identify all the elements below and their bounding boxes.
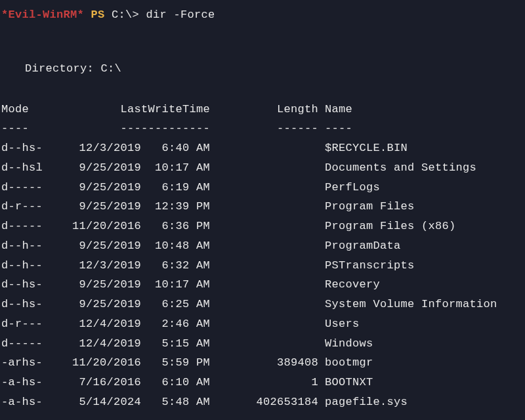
table-row: d--h-- 12/3/2019 6:32 AMPSTranscripts: [0, 256, 525, 276]
separator-row: ---- ------------- ------ ----: [0, 119, 525, 138]
cell-mode: d--hs-: [1, 138, 49, 158]
table-row: d-----11/20/2016 6:36 PMProgram Files (x…: [0, 217, 525, 236]
spacer: [0, 79, 525, 100]
cell-length: [210, 295, 318, 314]
cell-name: Users: [318, 314, 525, 334]
table-row: -a-hs- 7/16/2016 6:10 AM1BOOTNXT: [0, 373, 525, 392]
cell-lastwrite: 9/25/2019 10:48 AM: [49, 236, 210, 256]
cell-lastwrite: 11/20/2016 6:36 PM: [49, 217, 210, 236]
directory-header: Directory: C:\: [0, 59, 525, 79]
cell-mode: d-r---: [1, 197, 49, 217]
cell-lastwrite: 9/25/2019 12:39 PM: [49, 197, 210, 217]
table-row: d--hs- 9/25/2019 6:25 AMSystem Volume In…: [0, 295, 525, 314]
cell-name: Recovery: [318, 275, 525, 295]
cell-length: [210, 314, 318, 334]
sep-length: ------: [210, 119, 318, 138]
directory-label: Directory: C:\: [25, 62, 121, 75]
cell-length: [210, 275, 318, 295]
cell-lastwrite: 11/20/2016 5:59 PM: [49, 353, 210, 373]
cell-lastwrite: 12/4/2019 5:15 AM: [49, 334, 210, 354]
command-text: C:\> dir -Force: [112, 9, 215, 21]
file-listing: d--hs- 12/3/2019 6:40 AM$RECYCLE.BINd--h…: [0, 138, 525, 412]
table-row: d----- 12/4/2019 5:15 AMWindows: [0, 334, 525, 354]
cell-name: Program Files: [318, 197, 525, 217]
cell-lastwrite: 12/3/2019 6:32 AM: [49, 256, 210, 276]
table-row: d--h-- 9/25/2019 10:48 AMProgramData: [0, 236, 525, 256]
cell-name: BOOTNXT: [318, 373, 525, 392]
table-row: d----- 9/25/2019 6:19 AMPerfLogs: [0, 178, 525, 198]
table-row: -a-hs- 5/14/2024 5:48 AM402653184pagefil…: [0, 392, 525, 412]
sep-name: ----: [318, 119, 525, 138]
shell-name: PS: [91, 9, 105, 21]
cell-length: [210, 256, 318, 276]
cell-name: pagefile.sys: [318, 392, 525, 412]
column-headers: Mode LastWriteTime Length Name: [0, 100, 525, 119]
cell-mode: d-----: [1, 217, 49, 236]
tool-name: *Evil-WinRM*: [1, 9, 84, 21]
cell-name: $RECYCLE.BIN: [318, 138, 525, 158]
cell-length: [210, 178, 318, 198]
cell-length: [210, 334, 318, 354]
cell-length: [210, 236, 318, 256]
cell-mode: d-----: [1, 334, 49, 354]
cell-length: [210, 158, 318, 178]
cell-name: PSTranscripts: [318, 256, 525, 276]
sep-mode: ----: [1, 119, 49, 138]
cell-mode: -arhs-: [1, 353, 49, 373]
prompt-line[interactable]: *Evil-WinRM* PS C:\> dir -Force: [0, 5, 525, 25]
cell-name: Documents and Settings: [318, 158, 525, 178]
cell-lastwrite: 12/3/2019 6:40 AM: [49, 138, 210, 158]
cell-name: PerfLogs: [318, 178, 525, 198]
spacer: [0, 25, 525, 59]
cell-lastwrite: 9/25/2019 6:19 AM: [49, 178, 210, 198]
cell-lastwrite: 9/25/2019 10:17 AM: [49, 275, 210, 295]
cell-lastwrite: 12/4/2019 2:46 AM: [49, 314, 210, 334]
table-row: d--hsl 9/25/2019 10:17 AMDocuments and S…: [0, 158, 525, 178]
table-row: -arhs-11/20/2016 5:59 PM389408bootmgr: [0, 353, 525, 373]
cell-mode: d--hs-: [1, 295, 49, 314]
table-row: d--hs- 12/3/2019 6:40 AM$RECYCLE.BIN: [0, 138, 525, 158]
cell-mode: d-r---: [1, 314, 49, 334]
header-lastwrite: LastWriteTime: [49, 100, 210, 119]
header-name: Name: [318, 100, 525, 119]
cell-lastwrite: 7/16/2016 6:10 AM: [49, 373, 210, 392]
cell-length: [210, 138, 318, 158]
sep-lastwrite: -------------: [49, 119, 210, 138]
cell-length: 1: [210, 373, 318, 392]
cell-name: ProgramData: [318, 236, 525, 256]
cell-mode: d--hsl: [1, 158, 49, 178]
cell-length: 389408: [210, 353, 318, 373]
cell-mode: d--hs-: [1, 275, 49, 295]
cell-name: Program Files (x86): [318, 217, 525, 236]
cell-mode: -a-hs-: [1, 392, 49, 412]
cell-length: [210, 197, 318, 217]
header-mode: Mode: [1, 100, 49, 119]
cell-name: System Volume Information: [318, 295, 525, 314]
cell-mode: d--h--: [1, 236, 49, 256]
cell-mode: d-----: [1, 178, 49, 198]
table-row: d-r--- 9/25/2019 12:39 PMProgram Files: [0, 197, 525, 217]
cell-name: Windows: [318, 334, 525, 354]
cell-lastwrite: 9/25/2019 10:17 AM: [49, 158, 210, 178]
cell-mode: -a-hs-: [1, 373, 49, 392]
table-row: d--hs- 9/25/2019 10:17 AMRecovery: [0, 275, 525, 295]
cell-length: [210, 217, 318, 236]
table-row: d-r--- 12/4/2019 2:46 AMUsers: [0, 314, 525, 334]
cell-mode: d--h--: [1, 256, 49, 276]
cell-length: 402653184: [210, 392, 318, 412]
cell-name: bootmgr: [318, 353, 525, 373]
header-length: Length: [210, 100, 318, 119]
cell-lastwrite: 9/25/2019 6:25 AM: [49, 295, 210, 314]
cell-lastwrite: 5/14/2024 5:48 AM: [49, 392, 210, 412]
